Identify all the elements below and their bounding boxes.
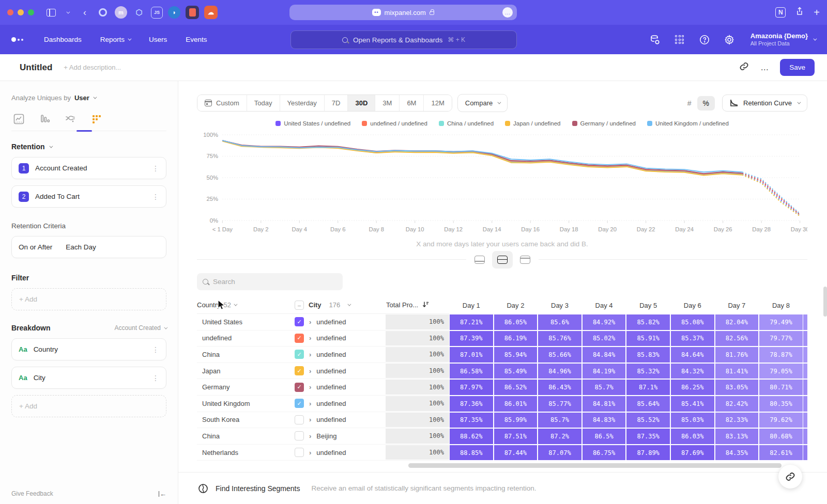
close-window-button[interactable] xyxy=(7,9,13,15)
global-search[interactable]: Open Reports & Dashboards ⌘ + K xyxy=(290,30,517,49)
expand-row-icon[interactable]: › xyxy=(309,416,311,423)
column-header-day-5[interactable]: Day 5 xyxy=(626,296,670,314)
chevron-down-icon[interactable] xyxy=(61,6,73,19)
project-switcher[interactable]: Amazonia {Demo} All Project Data xyxy=(751,32,816,48)
expand-row-icon[interactable]: › xyxy=(309,383,311,391)
browser-extension-bird-icon[interactable]: ◗ xyxy=(168,6,180,19)
event-step-card[interactable]: 1 Account Created ⋮ xyxy=(11,157,166,179)
segments-title[interactable]: Find Interesting Segments xyxy=(216,484,300,493)
kebab-menu-icon[interactable]: ⋮ xyxy=(152,345,159,354)
kebab-menu-icon[interactable]: ⋮ xyxy=(152,164,159,172)
legend-item[interactable]: Germany / undefined xyxy=(572,120,636,127)
column-header-day-6[interactable]: Day 6 xyxy=(670,296,715,314)
criteria-each-day[interactable]: Each Day xyxy=(66,243,96,251)
nav-item-dashboards[interactable]: Dashboards xyxy=(44,36,82,43)
notion-extension-icon[interactable]: N xyxy=(775,7,786,18)
unit-percent-button[interactable]: % xyxy=(697,96,715,111)
legend-item[interactable]: undefined / undefined xyxy=(362,120,427,127)
settings-gear-icon[interactable] xyxy=(724,34,735,45)
browser-extension-cloud-icon[interactable]: ☁ xyxy=(204,6,218,19)
expand-row-icon[interactable]: › xyxy=(309,367,311,375)
legend-item[interactable]: United Kingdom / undefined xyxy=(647,120,729,127)
unit-number-button[interactable]: # xyxy=(682,96,697,111)
view-chart-only-button[interactable] xyxy=(469,251,490,269)
expand-row-icon[interactable]: › xyxy=(309,334,311,342)
series-checkbox[interactable] xyxy=(295,431,304,440)
browser-extension-js-icon[interactable]: JS xyxy=(151,7,163,19)
column-header-city[interactable]: – City 176 xyxy=(295,296,385,314)
range-3m[interactable]: 3M xyxy=(375,95,400,111)
nav-item-events[interactable]: Events xyxy=(186,36,207,43)
help-icon[interactable] xyxy=(699,34,710,45)
table-search[interactable] xyxy=(197,273,343,290)
range-yesterday[interactable]: Yesterday xyxy=(280,95,325,111)
vertical-scrollbar[interactable] xyxy=(823,287,827,317)
series-checkbox[interactable] xyxy=(295,448,304,457)
series-checkbox[interactable]: ✓ xyxy=(295,383,304,392)
tab-retention[interactable] xyxy=(90,113,102,124)
new-tab-icon[interactable]: + xyxy=(814,7,820,19)
browser-extension-cube-icon[interactable]: ⬡ xyxy=(132,6,146,19)
range-30d[interactable]: 30D xyxy=(348,95,375,111)
column-header-day-7[interactable]: Day 7 xyxy=(715,296,759,314)
column-header-total[interactable]: Total Pro... xyxy=(385,296,449,314)
range-6m[interactable]: 6M xyxy=(400,95,424,111)
share-icon[interactable] xyxy=(795,7,804,18)
copy-link-icon[interactable] xyxy=(739,61,749,73)
series-checkbox[interactable] xyxy=(295,415,304,424)
add-description-button[interactable]: + Add description... xyxy=(64,64,121,71)
range-custom[interactable]: Custom xyxy=(197,95,247,111)
apps-grid-icon[interactable] xyxy=(674,34,685,45)
mixpanel-logo[interactable] xyxy=(11,37,23,42)
nav-item-users[interactable]: Users xyxy=(149,36,167,43)
series-checkbox[interactable]: ✓ xyxy=(295,334,304,343)
legend-item[interactable]: China / undefined xyxy=(439,120,494,127)
series-checkbox[interactable]: ✓ xyxy=(295,399,304,408)
address-more-icon[interactable]: … xyxy=(502,7,513,18)
tab-insights[interactable] xyxy=(12,113,25,124)
breakdown-event-dropdown[interactable]: Account Created xyxy=(115,324,166,332)
compare-button[interactable]: Compare xyxy=(457,94,508,112)
browser-extension-avatar-icon[interactable]: m xyxy=(115,6,127,19)
criteria-on-or-after[interactable]: On or After xyxy=(19,243,52,251)
breakdown-card[interactable]: Aa City ⋮ xyxy=(11,367,166,389)
retention-section-header[interactable]: Retention xyxy=(11,143,166,151)
kebab-menu-icon[interactable]: ⋮ xyxy=(152,193,159,201)
browser-extension-ring-icon[interactable] xyxy=(96,6,110,19)
sort-descending-icon[interactable] xyxy=(422,301,429,309)
view-table-only-button[interactable] xyxy=(515,251,535,269)
range-7d[interactable]: 7D xyxy=(325,95,348,111)
expand-row-icon[interactable]: › xyxy=(309,351,311,358)
address-bar[interactable]: •• mixpanel.com … xyxy=(289,5,517,20)
legend-item[interactable]: United States / undefined xyxy=(275,120,350,127)
retention-criteria-card[interactable]: On or After Each Day xyxy=(11,236,166,258)
report-title[interactable]: Untitled xyxy=(20,62,52,73)
add-filter-button[interactable]: + Add xyxy=(11,288,166,310)
expand-row-icon[interactable]: › xyxy=(309,400,311,407)
back-button[interactable]: ‹ xyxy=(79,6,91,19)
give-feedback-link[interactable]: Give Feedback xyxy=(11,490,53,497)
view-split-button[interactable] xyxy=(492,251,513,269)
add-breakdown-button[interactable]: + Add xyxy=(11,395,166,417)
chart-type-dropdown[interactable]: Retention Curve xyxy=(722,94,807,112)
collapse-sidebar-icon[interactable]: ← xyxy=(159,490,167,498)
browser-extension-playwright-icon[interactable] xyxy=(186,6,199,19)
tab-flows[interactable] xyxy=(64,113,76,124)
analyze-value-dropdown[interactable]: User xyxy=(74,94,89,102)
browser-sidebar-toggle-icon[interactable] xyxy=(47,9,56,17)
save-button[interactable]: Save xyxy=(780,59,815,76)
nav-item-reports[interactable]: Reports xyxy=(100,36,130,43)
select-all-checkbox[interactable]: – xyxy=(295,301,304,310)
table-search-input[interactable] xyxy=(213,278,337,286)
expand-row-icon[interactable]: › xyxy=(309,449,311,456)
minimize-window-button[interactable] xyxy=(18,9,24,15)
kebab-menu-icon[interactable]: ⋮ xyxy=(152,374,159,382)
column-header-day-8[interactable]: Day 8 xyxy=(759,296,803,314)
range-today[interactable]: Today xyxy=(247,95,280,111)
expand-row-icon[interactable]: › xyxy=(309,432,311,440)
more-options-button[interactable]: … xyxy=(760,63,769,72)
expand-row-icon[interactable]: › xyxy=(309,318,311,326)
column-header-day-4[interactable]: Day 4 xyxy=(582,296,626,314)
series-checkbox[interactable]: ✓ xyxy=(295,317,304,326)
series-checkbox[interactable]: ✓ xyxy=(295,366,304,375)
